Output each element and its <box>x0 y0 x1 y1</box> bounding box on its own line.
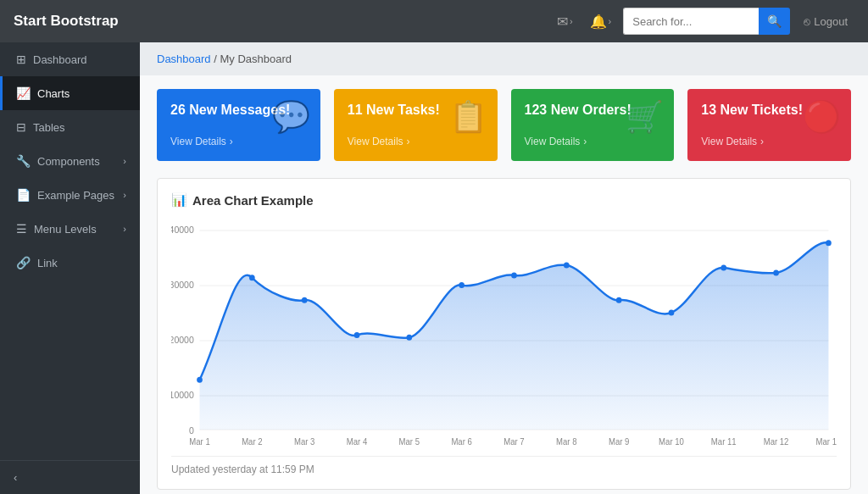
area-chart-svg: 40000 30000 20000 10000 0 <box>171 218 837 447</box>
menu-levels-icon: ☰ <box>16 222 27 236</box>
area-chart-updated: Updated yesterday at 11:59 PM <box>171 456 837 475</box>
link-icon: 🔗 <box>16 256 31 269</box>
svg-point-11 <box>249 275 255 280</box>
svg-text:Mar 9: Mar 9 <box>609 437 629 447</box>
sidebar-item-example-pages[interactable]: 📄 Example Pages › <box>0 178 140 212</box>
area-chart-title: Area Chart Example <box>192 193 314 208</box>
navbar: Start Bootstrap ✉ › 🔔 › 🔍 ⎋ Logout <box>0 0 868 42</box>
stat-card-tasks: 11 New Tasks! 📋 View Details › <box>334 89 498 161</box>
content-area: 26 New Messages! 💬 View Details › 11 New… <box>140 75 868 494</box>
svg-text:Mar 6: Mar 6 <box>451 437 471 447</box>
sidebar-item-components[interactable]: 🔧 Components › <box>0 144 140 178</box>
dashboard-icon: ⊞ <box>16 53 26 66</box>
svg-text:30000: 30000 <box>171 280 194 290</box>
sidebar-collapse-button[interactable]: ‹ <box>0 460 140 494</box>
sidebar: ⊞ Dashboard 📈 Charts ⊟ Tables 🔧 Componen… <box>0 42 140 494</box>
sidebar-item-tables[interactable]: ⊟ Tables <box>0 110 140 144</box>
sidebar-item-link[interactable]: 🔗 Link <box>0 246 140 280</box>
svg-text:Mar 2: Mar 2 <box>242 437 262 447</box>
svg-text:Mar 3: Mar 3 <box>294 437 314 447</box>
svg-text:20000: 20000 <box>171 335 194 345</box>
messages-button[interactable]: ✉ › <box>552 10 578 33</box>
breadcrumb: Dashboard / My Dashboard <box>140 42 868 75</box>
svg-text:Mar 7: Mar 7 <box>504 437 524 447</box>
search-form: 🔍 <box>623 8 790 35</box>
svg-text:Mar 11: Mar 11 <box>711 437 737 447</box>
svg-point-16 <box>511 272 517 278</box>
layout: ⊞ Dashboard 📈 Charts ⊟ Tables 🔧 Componen… <box>0 42 868 494</box>
svg-point-18 <box>616 297 622 303</box>
area-chart-container: 40000 30000 20000 10000 0 <box>171 218 837 449</box>
breadcrumb-current: My Dashboard <box>220 53 292 65</box>
tasks-card-icon: 📋 <box>449 99 487 135</box>
logout-button[interactable]: ⎋ Logout <box>797 12 854 31</box>
sidebar-item-charts[interactable]: 📈 Charts <box>0 76 140 110</box>
svg-point-20 <box>721 265 726 271</box>
svg-point-17 <box>564 263 570 269</box>
area-chart-icon: 📊 <box>171 192 187 208</box>
stat-cards: 26 New Messages! 💬 View Details › 11 New… <box>157 89 851 161</box>
svg-text:40000: 40000 <box>171 225 194 235</box>
svg-text:Mar 13: Mar 13 <box>816 437 837 447</box>
svg-point-13 <box>354 332 360 338</box>
sidebar-item-menu-levels[interactable]: ☰ Menu Levels › <box>0 212 140 246</box>
main-content: Dashboard / My Dashboard 26 New Messages… <box>140 42 868 494</box>
charts-icon: 📈 <box>16 86 31 100</box>
example-pages-arrow: › <box>123 190 126 200</box>
breadcrumb-home[interactable]: Dashboard <box>157 53 211 65</box>
svg-text:Mar 4: Mar 4 <box>347 437 368 447</box>
svg-point-21 <box>773 269 779 275</box>
search-input[interactable] <box>623 8 759 35</box>
svg-point-10 <box>197 377 203 383</box>
stat-card-messages: 26 New Messages! 💬 View Details › <box>157 89 320 161</box>
svg-text:0: 0 <box>189 425 194 436</box>
svg-point-22 <box>826 240 832 246</box>
svg-text:10000: 10000 <box>171 390 194 400</box>
area-chart-section: 📊 Area Chart Example 40000 30000 20000 1… <box>157 178 851 490</box>
svg-text:Mar 5: Mar 5 <box>399 437 420 447</box>
navbar-right: ✉ › 🔔 › 🔍 ⎋ Logout <box>552 8 854 35</box>
menu-levels-arrow: › <box>123 224 126 234</box>
svg-point-12 <box>302 297 308 303</box>
area-chart-header: 📊 Area Chart Example <box>171 192 837 208</box>
brand-title: Start Bootstrap <box>14 13 119 30</box>
stat-card-orders: 123 New Orders! 🛒 View Details › <box>511 89 675 161</box>
svg-text:Mar 1: Mar 1 <box>189 437 209 447</box>
components-icon: 🔧 <box>16 154 31 168</box>
example-pages-icon: 📄 <box>16 188 31 202</box>
stat-card-orders-link[interactable]: View Details › <box>525 136 661 147</box>
stat-card-tickets-link[interactable]: View Details › <box>701 136 837 147</box>
stat-card-tasks-link[interactable]: View Details › <box>348 136 484 147</box>
search-button[interactable]: 🔍 <box>759 8 790 35</box>
svg-point-15 <box>459 282 465 288</box>
tickets-card-icon: 🔴 <box>803 99 841 135</box>
sidebar-item-dashboard[interactable]: ⊞ Dashboard <box>0 42 140 76</box>
stat-card-messages-link[interactable]: View Details › <box>170 136 307 147</box>
messages-card-icon: 💬 <box>272 99 310 135</box>
svg-point-19 <box>669 309 675 315</box>
svg-point-14 <box>406 335 412 341</box>
logout-icon: ⎋ <box>804 15 810 28</box>
svg-text:Mar 8: Mar 8 <box>556 437 576 447</box>
components-arrow: › <box>123 156 126 166</box>
svg-text:Mar 10: Mar 10 <box>659 437 684 447</box>
alerts-button[interactable]: 🔔 › <box>585 10 617 33</box>
stat-card-tickets: 13 New Tickets! 🔴 View Details › <box>687 89 851 161</box>
tables-icon: ⊟ <box>16 120 26 134</box>
orders-card-icon: 🛒 <box>626 99 664 135</box>
svg-text:Mar 12: Mar 12 <box>764 437 789 447</box>
